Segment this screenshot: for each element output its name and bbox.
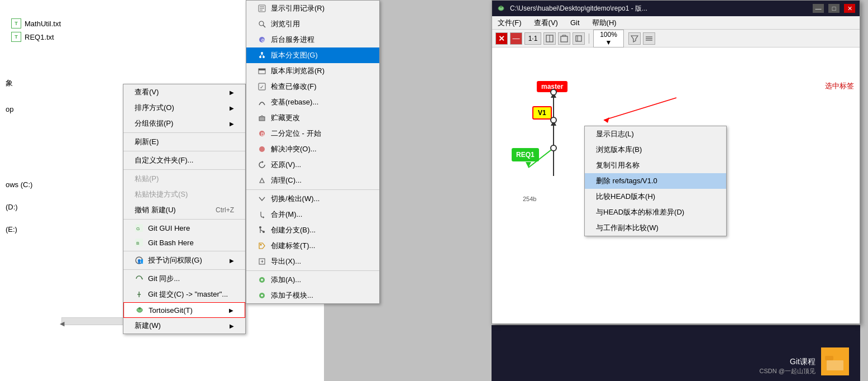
menu-separator	[123, 219, 245, 220]
service-icon: ⚙	[257, 35, 266, 44]
menu-item-label: 导出(X)...	[271, 256, 301, 266]
menu-item-tortoisegit[interactable]: TortoiseGit(T) ▶	[123, 302, 245, 318]
scroll-arrow[interactable]: ◀	[60, 320, 64, 327]
menu-item-sort[interactable]: 排序方式(O) ▶	[123, 100, 245, 116]
branch-req1-label[interactable]: REQ1	[512, 148, 539, 161]
menu-item-resolve[interactable]: 解决冲突(O)...	[246, 141, 379, 157]
menu-item-label: TortoiseGit(T)	[149, 306, 193, 315]
menu-item-delete-tag[interactable]: 删除 refs/tags/V1.0	[585, 173, 726, 189]
menu-item-label: 变基(rebase)...	[271, 97, 318, 107]
annotation-text: 选中标签	[825, 81, 854, 91]
branch-v1-label[interactable]: V1	[532, 106, 552, 120]
menu-item-diff-head[interactable]: 与HEAD版本的标准差异(D)	[585, 204, 726, 220]
toolbar: ✕ — 1·1 100% ▼	[492, 30, 860, 47]
menu-item-group[interactable]: 分组依据(P) ▶	[123, 116, 245, 131]
menu-item-stash[interactable]: 贮藏更改	[246, 110, 379, 126]
menu-item-view[interactable]: 查看(V) ▶	[123, 84, 245, 100]
menu-item-git-gui[interactable]: G Git GUI Here	[123, 221, 245, 235]
filter-btn[interactable]	[628, 32, 641, 45]
close-button[interactable]: ✕	[844, 4, 855, 13]
menu-item-checkout[interactable]: 切换/检出(W)...	[246, 191, 379, 207]
menu-item-repo-browser[interactable]: 版本库浏览器(R)	[246, 63, 379, 79]
graph-area[interactable]: master V1 REQ1 254b 选中标签 显示日志(L) 浏览版本库(B…	[492, 47, 860, 323]
menu-item-revision-graph[interactable]: 版本分支图(G)	[246, 47, 379, 63]
menubar-view[interactable]: 查看(V)	[532, 18, 560, 28]
menu-item-label: Git GUI Here	[148, 224, 190, 232]
revert-icon	[257, 160, 266, 169]
menu-item-revert[interactable]: 还原(V)...	[246, 157, 379, 173]
menu-item-add-submodule[interactable]: 添加子模块...	[246, 288, 379, 303]
menu-item-create-tag[interactable]: 创建标签(T)...	[246, 238, 379, 254]
menu-item-compare-working[interactable]: 与工作副本比较(W)	[585, 220, 726, 236]
menu-item-access[interactable]: 👥 授予访问权限(G) ▶	[123, 253, 245, 268]
menu-item-add[interactable]: 添加(A)...	[246, 272, 379, 288]
menu-item-label: 与HEAD版本的标准差异(D)	[596, 207, 684, 217]
menubar-file[interactable]: 文件(F)	[495, 18, 524, 28]
svg-text:B: B	[136, 241, 139, 246]
menu-item-bisect[interactable]: B 二分定位 - 开始	[246, 126, 379, 141]
menubar-help[interactable]: 帮助(H)	[590, 18, 619, 28]
menu-item-merge[interactable]: 合并(M)...	[246, 207, 379, 222]
menu-item-browse-repo[interactable]: 浏览版本库(B)	[585, 142, 726, 158]
list-btn[interactable]	[643, 32, 655, 45]
stash-icon	[257, 113, 266, 122]
bottom-bar: Git课程 CSDN @一起山顶见	[492, 325, 860, 381]
svg-text:⚙: ⚙	[261, 38, 265, 43]
svg-point-8	[139, 307, 141, 309]
minimize-button[interactable]: —	[813, 4, 824, 13]
menu-item-git-commit[interactable]: Git 提交(C) -> "master"...	[123, 287, 245, 302]
menu-item-rebase[interactable]: 变基(rebase)...	[246, 94, 379, 110]
commit-icon	[135, 290, 144, 299]
menu-item-label: 合并(M)...	[271, 209, 302, 220]
menubar-git[interactable]: Git	[568, 18, 582, 27]
menu-item-label: 授予访问权限(G)	[148, 255, 202, 265]
menu-item-refresh[interactable]: 刷新(E)	[123, 134, 245, 150]
menu-item-create-branch[interactable]: 创建分支(B)...	[246, 222, 379, 238]
toolbar-btn-5[interactable]	[558, 32, 570, 45]
window-title: C:\Users\huabei\Desktop\gitdemo\repo1 - …	[510, 4, 808, 13]
maximize-button[interactable]: □	[828, 4, 840, 13]
menu-item-label: 复制引用名称	[596, 160, 640, 170]
svg-point-34	[260, 244, 262, 246]
menu-item-bg-service[interactable]: ⚙ 后台服务进程	[246, 32, 379, 47]
menu-item-new[interactable]: 新建(W) ▶	[123, 318, 245, 334]
toolbar-btn-6[interactable]	[573, 32, 585, 45]
menu-item-copy-ref[interactable]: 复制引用名称	[585, 158, 726, 173]
toolbar-btn-1[interactable]: ✕	[495, 32, 508, 45]
menu-item-label: 分组依据(P)	[135, 118, 173, 128]
menu-separator	[246, 270, 379, 271]
menu-item-customize[interactable]: 自定义文件夹(F)...	[123, 153, 245, 168]
toolbar-btn-4[interactable]	[543, 32, 556, 45]
svg-rect-43	[576, 36, 581, 41]
commit-hash: 254b	[523, 196, 536, 202]
menu-item-compare-head[interactable]: 比较HEAD版本(H)	[585, 189, 726, 204]
zoom-control[interactable]: 100% ▼	[593, 30, 624, 47]
course-icon	[821, 347, 849, 375]
menu-item-clean[interactable]: 清理(C)...	[246, 173, 379, 188]
menu-item-show-refs[interactable]: 显示引用记录(R)	[246, 1, 379, 16]
menu-separator	[246, 189, 379, 190]
menu-item-label: 添加(A)...	[271, 275, 301, 285]
svg-marker-31	[263, 216, 264, 218]
svg-text:G: G	[136, 226, 140, 231]
menu-item-show-log[interactable]: 显示日志(L)	[585, 126, 726, 142]
svg-text:B: B	[261, 131, 264, 137]
submenu-arrow: ▶	[229, 307, 233, 313]
menu-item-label: 粘贴快捷方式(S)	[135, 189, 188, 199]
menubar: 文件(F) 查看(V) Git 帮助(H)	[492, 16, 860, 30]
scrollbar[interactable]	[61, 317, 128, 325]
menu-item-label: 版本分支图(G)	[271, 50, 318, 60]
svg-line-53	[604, 98, 676, 120]
menu-item-undo[interactable]: 撤销 新建(U) Ctrl+Z	[123, 202, 245, 218]
menu-item-git-bash[interactable]: B Git Bash Here	[123, 235, 245, 250]
submenu-arrow: ▶	[230, 121, 234, 127]
menu-item-browse-refs[interactable]: 浏览引用	[246, 16, 379, 32]
menu-item-check-modified[interactable]: ✓ 检查已修改(F)	[246, 79, 379, 94]
menu-item-git-sync[interactable]: Git 同步...	[123, 271, 245, 287]
toolbar-btn-counter[interactable]: 1·1	[524, 32, 541, 45]
menu-item-label: 添加子模块...	[271, 290, 313, 301]
svg-rect-42	[561, 36, 567, 42]
menu-item-export[interactable]: 导出(X)...	[246, 254, 379, 269]
toolbar-btn-2[interactable]: —	[510, 32, 522, 45]
menu-item-label: 删除 refs/tags/V1.0	[596, 176, 657, 186]
